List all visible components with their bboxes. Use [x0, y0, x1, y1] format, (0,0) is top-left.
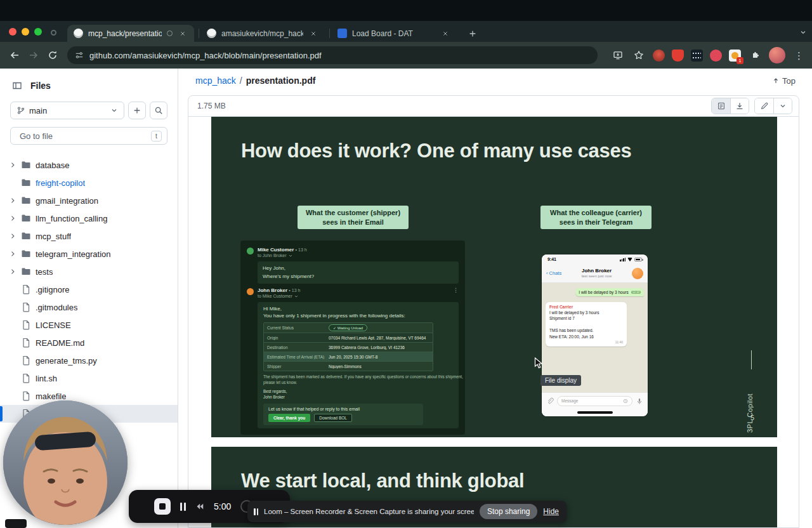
tree-item-telegram-integration[interactable]: telegram_integration	[0, 245, 178, 263]
close-tab-icon[interactable]	[440, 29, 450, 39]
window-controls	[9, 28, 42, 36]
new-tab-button[interactable]	[466, 27, 480, 41]
slide-title: We start local, and think global	[241, 470, 524, 492]
stop-recording-button[interactable]	[154, 498, 171, 515]
rich-view-button[interactable]	[712, 98, 730, 114]
deck-name-vertical: 3PL Copilot	[746, 372, 754, 433]
extension-icon-5[interactable]: 1	[729, 50, 741, 62]
search-repo-button[interactable]	[150, 102, 167, 119]
folder-icon	[21, 178, 31, 188]
tree-item-gitignore[interactable]: .gitignore	[0, 280, 178, 298]
tab-repo[interactable]: amasiukevich/mcp_hack: A re...	[200, 25, 325, 42]
collapse-sidebar-button[interactable]	[10, 79, 24, 93]
overlay-chip	[5, 519, 27, 528]
address-bar[interactable]: github.com/amasiukevich/mcp_hack/blob/ma…	[67, 46, 598, 64]
folder-icon	[21, 213, 31, 223]
back-button[interactable]	[6, 47, 23, 63]
bookmark-star-icon[interactable]	[632, 48, 646, 62]
url-text: github.com/amasiukevich/mcp_hack/blob/ma…	[89, 51, 322, 60]
message-input: Message	[557, 396, 632, 406]
tree-item-gitmodules[interactable]: .gitmodules	[0, 298, 178, 316]
breadcrumb-file: presentation.pdf	[246, 76, 316, 86]
pause-recording-button[interactable]	[180, 503, 186, 511]
signal-icon	[620, 258, 625, 261]
close-tab-icon[interactable]	[308, 29, 318, 39]
share-message: Loom – Screen Recorder & Screen Capture …	[264, 508, 474, 515]
folder-icon	[21, 267, 31, 277]
pdf-viewer: How does it work? One of many use cases …	[188, 117, 799, 528]
email-closing: The shipment has been marked as delivere…	[263, 374, 465, 386]
chevron-right-icon	[9, 197, 16, 204]
extensions-puzzle-icon[interactable]	[748, 48, 762, 62]
close-window-button[interactable]	[9, 28, 16, 36]
breadcrumb-repo-link[interactable]: mcp_hack	[195, 76, 236, 86]
install-app-icon[interactable]	[611, 48, 625, 62]
edit-file-button[interactable]	[755, 98, 773, 114]
download-raw-button[interactable]	[730, 98, 749, 114]
extension-icon-2[interactable]	[672, 50, 684, 62]
browser-menu-icon[interactable]: ⋮	[792, 51, 806, 60]
slide-title: How does it work? One of many use cases	[241, 140, 631, 162]
stop-sharing-button[interactable]: Stop sharing	[480, 504, 537, 519]
download-bol-button: Download BOL	[314, 414, 352, 422]
contact-presence: last seen just now	[582, 274, 612, 279]
back-to-top-link[interactable]: Top	[772, 76, 796, 86]
close-tab-icon[interactable]	[178, 29, 188, 39]
file-tree: database freight-copilot gmail_integrati…	[0, 151, 178, 423]
recording-timer: 5:00	[214, 501, 231, 512]
tab-search-button[interactable]	[799, 29, 807, 36]
back-to-chats-link: ‹ Chats	[546, 270, 561, 276]
telegram-input-bar: Message	[542, 392, 648, 409]
tab-presentation[interactable]: mcp_hack/presentation.p...	[67, 25, 194, 42]
extension-icon-3[interactable]	[691, 50, 703, 62]
extension-icon-1[interactable]	[653, 50, 665, 62]
edit-options-caret[interactable]	[773, 98, 792, 114]
chevron-right-icon	[9, 161, 16, 169]
tree-item-freight-copilot[interactable]: freight-copilot	[0, 174, 178, 192]
battery-icon	[634, 258, 642, 261]
minimize-window-button[interactable]	[22, 28, 29, 36]
shipment-table: Current Status ✓ Waiting Unload Origin 0…	[263, 322, 433, 371]
forward-button[interactable]	[25, 47, 42, 63]
file-icon	[21, 338, 31, 348]
email-sender: John Broker	[258, 287, 287, 293]
hide-banner-button[interactable]: Hide	[543, 507, 559, 516]
chevron-right-icon	[9, 250, 16, 258]
tree-item-gmail-integration[interactable]: gmail_integration	[0, 192, 178, 209]
file-icon	[21, 302, 31, 312]
go-to-file-box[interactable]: t	[10, 127, 167, 145]
message-time: 11:40	[549, 340, 623, 344]
fullscreen-window-button[interactable]	[34, 28, 42, 36]
footer-rule	[751, 350, 752, 369]
site-settings-icon[interactable]	[75, 51, 84, 60]
email-timestamp: • 13 h	[296, 248, 307, 252]
tree-item-llm-function-calling[interactable]: llm_function_calling	[0, 209, 178, 227]
go-to-file-input[interactable]	[18, 131, 147, 142]
add-file-button[interactable]	[128, 102, 146, 119]
tab-load-board[interactable]: Load Board - DAT	[331, 25, 457, 42]
avatar	[247, 288, 254, 295]
tree-item-tests[interactable]: tests	[0, 263, 178, 280]
tree-item-generate-tms[interactable]: generate_tms.py	[0, 352, 178, 369]
tree-item-makefile[interactable]: makefile	[0, 387, 178, 405]
avatar	[632, 268, 643, 279]
chevron-right-icon	[9, 232, 16, 240]
extension-icon-4[interactable]	[710, 50, 722, 62]
branch-selector[interactable]: main	[10, 102, 124, 119]
chevron-down-icon	[110, 107, 118, 114]
email-body: Hi Mike, You have only 1 shipment in pro…	[258, 302, 459, 428]
contact-name: John Broker	[582, 268, 612, 274]
table-row: Origin 07034 Richard Lewis Apt. 287, Mar…	[264, 333, 433, 342]
tree-item-lint[interactable]: lint.sh	[0, 369, 178, 387]
reload-button[interactable]	[44, 47, 61, 63]
telegram-screenshot: 9:41 ‹ Chats John Broker	[542, 254, 648, 416]
restart-recording-button[interactable]	[195, 502, 204, 511]
branch-icon	[16, 106, 25, 115]
tree-item-mcp-stuff[interactable]: mcp_stuff	[0, 227, 178, 245]
avatar	[247, 248, 254, 254]
profile-avatar[interactable]	[769, 47, 785, 63]
tree-item-readme[interactable]: README.md	[0, 334, 178, 352]
webcam-bubble[interactable]	[3, 400, 128, 525]
tree-item-database[interactable]: database	[0, 156, 178, 174]
tree-item-license[interactable]: LICENSE	[0, 316, 178, 334]
